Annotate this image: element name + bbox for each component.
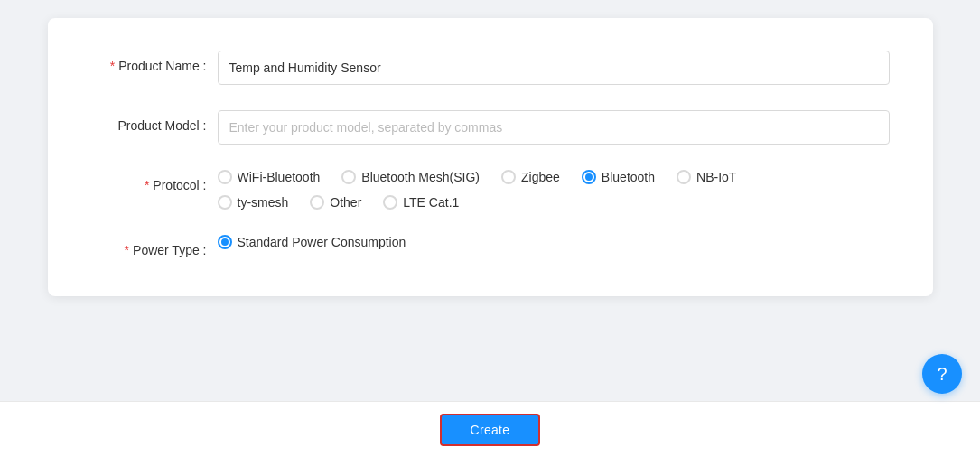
protocol-wifi-bluetooth[interactable]: WiFi-Bluetooth [218, 170, 321, 184]
product-name-input[interactable] [218, 51, 890, 85]
power-type-label: *Power Type : [91, 235, 218, 260]
power-type-row-1: Standard Power Consumption [218, 235, 890, 249]
protocol-row-2: ty-smesh Other LTE Cat.1 [218, 195, 890, 210]
power-radio-standard[interactable] [218, 235, 232, 249]
product-name-label: *Product Name : [91, 51, 218, 76]
protocol-row: *Protocol : WiFi-Bluetooth Bluetooth Mes… [91, 170, 890, 210]
protocol-radio-zigbee[interactable] [501, 170, 516, 184]
protocol-zigbee[interactable]: Zigbee [501, 170, 560, 184]
help-fab[interactable]: ? [922, 354, 962, 394]
create-button[interactable]: Create [440, 414, 541, 446]
protocol-bluetooth[interactable]: Bluetooth [582, 170, 655, 184]
protocol-radio-lte-cat1[interactable] [383, 195, 397, 210]
protocol-radio-wifi-bluetooth[interactable] [218, 170, 232, 184]
protocol-required-star: * [145, 178, 149, 192]
form-card: *Product Name : Product Model : *Protoco… [48, 18, 933, 296]
power-standard[interactable]: Standard Power Consumption [218, 235, 406, 249]
product-model-row: Product Model : [91, 110, 890, 145]
protocol-ty-smesh[interactable]: ty-smesh [218, 195, 289, 210]
product-model-input[interactable] [218, 110, 890, 145]
help-icon: ? [937, 364, 947, 385]
protocol-other[interactable]: Other [310, 195, 361, 210]
product-model-label: Product Model : [91, 110, 218, 135]
protocol-bluetooth-mesh[interactable]: Bluetooth Mesh(SIG) [341, 170, 480, 184]
footer-bar: Create [0, 401, 980, 457]
power-type-options: Standard Power Consumption [218, 235, 890, 249]
power-type-row: *Power Type : Standard Power Consumption [91, 235, 890, 260]
required-star: * [110, 59, 115, 73]
product-name-row: *Product Name : [91, 51, 890, 85]
protocol-radio-bluetooth-mesh[interactable] [341, 170, 356, 184]
protocol-lte-cat1[interactable]: LTE Cat.1 [383, 195, 459, 210]
protocol-nb-iot[interactable]: NB-IoT [677, 170, 736, 184]
protocol-row-1: WiFi-Bluetooth Bluetooth Mesh(SIG) Zigbe… [218, 170, 890, 184]
page-wrapper: *Product Name : Product Model : *Protoco… [0, 0, 980, 457]
protocol-radio-ty-smesh[interactable] [218, 195, 232, 210]
power-required-star: * [125, 243, 129, 257]
protocol-radio-other[interactable] [310, 195, 324, 210]
protocol-options: WiFi-Bluetooth Bluetooth Mesh(SIG) Zigbe… [218, 170, 890, 210]
protocol-label: *Protocol : [91, 170, 218, 195]
protocol-radio-nb-iot[interactable] [677, 170, 691, 184]
protocol-radio-bluetooth[interactable] [582, 170, 596, 184]
